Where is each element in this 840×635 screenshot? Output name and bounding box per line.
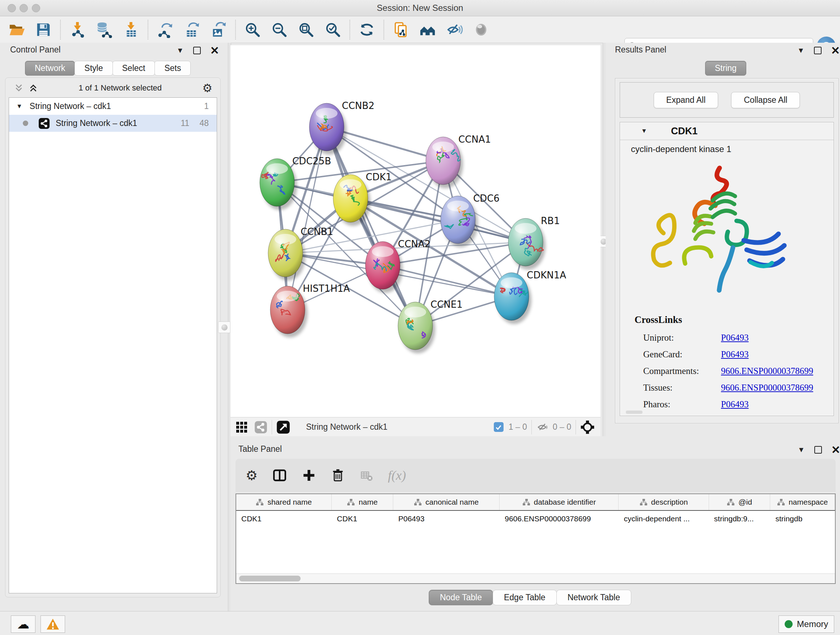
status-bar: ☁ Memory: [0, 611, 840, 635]
network-canvas[interactable]: CCNB2CCNA1CDC25BCDK1CDC6RB1CCNB1CCNA2CDK…: [231, 45, 600, 417]
crosslink-link[interactable]: P06493: [721, 399, 748, 409]
control-panel-float-icon[interactable]: [193, 47, 201, 54]
show-all-icon[interactable]: [472, 21, 490, 38]
table-cell[interactable]: cyclin-dependent ...: [619, 511, 709, 527]
left-splitter-handle[interactable]: [218, 321, 231, 333]
import-table-icon[interactable]: [122, 21, 140, 38]
apply-layout-icon[interactable]: [358, 21, 376, 38]
network-row[interactable]: String Network – cdk1 11 48: [9, 115, 217, 132]
network-selection-status: 1 of 1 Network selected: [38, 83, 202, 93]
column-header-name[interactable]: name: [332, 494, 393, 510]
fit-content-icon[interactable]: [276, 420, 290, 434]
crosslink-link[interactable]: 9606.ENSP00000378699: [721, 383, 813, 393]
node-ccna1[interactable]: CCNA1: [426, 134, 491, 188]
node-ccne1[interactable]: CCNE1: [398, 299, 463, 353]
node-cdkn1a[interactable]: CDKN1A: [494, 270, 566, 324]
table-panel-float-icon[interactable]: [814, 446, 822, 454]
zoom-in-icon[interactable]: [244, 21, 261, 38]
show-columns-icon[interactable]: [272, 468, 287, 483]
zoom-out-icon[interactable]: [271, 21, 288, 38]
new-network-from-selection-icon[interactable]: [392, 21, 409, 38]
column-header-namespace[interactable]: namespace: [770, 494, 835, 510]
node-ccnb2[interactable]: CCNB2: [309, 100, 374, 155]
node-ccna2[interactable]: CCNA2: [365, 239, 431, 293]
node-cdc6[interactable]: CDC6: [441, 193, 500, 247]
network-collection-row[interactable]: ▼ String Network – cdk1 1: [9, 98, 217, 115]
table-options-gear-icon[interactable]: ⚙: [246, 468, 257, 483]
node-rb1[interactable]: RB1: [508, 215, 560, 270]
gene-expander-icon[interactable]: ▼: [641, 127, 647, 135]
crosslink-row: Compartments:9606.ENSP00000378699: [643, 363, 828, 379]
table-cell[interactable]: 9606.ENSP00000378699: [500, 511, 619, 527]
column-header-description[interactable]: description: [619, 494, 709, 510]
tab-edge-table[interactable]: Edge Table: [493, 590, 557, 605]
add-column-icon[interactable]: [302, 468, 316, 483]
tab-network[interactable]: Network: [25, 61, 75, 76]
table-cell[interactable]: stringdb: [770, 511, 835, 527]
open-file-icon[interactable]: [8, 21, 25, 38]
protein-structure-image: [642, 157, 797, 309]
network-overview-icon[interactable]: [254, 421, 267, 434]
column-header-canonical-name[interactable]: canonical name: [393, 494, 500, 510]
expand-all-networks-icon[interactable]: [28, 83, 38, 93]
table-cell[interactable]: CDK1: [236, 511, 332, 527]
table-hscrollbar-thumb[interactable]: [239, 576, 301, 581]
table-hscrollbar[interactable]: [236, 573, 835, 583]
table-panel-close-icon[interactable]: ✕: [831, 447, 840, 453]
tab-select[interactable]: Select: [112, 61, 155, 76]
column-label: canonical name: [425, 498, 478, 507]
first-neighbors-icon[interactable]: [419, 21, 436, 38]
tab-style[interactable]: Style: [74, 61, 112, 76]
birds-eye-toggle-icon[interactable]: [580, 420, 595, 434]
control-panel-close-icon[interactable]: ✕: [210, 48, 219, 54]
warnings-button[interactable]: [41, 616, 65, 633]
table-row[interactable]: CDK1CDK1P064939606.ENSP00000378699cyclin…: [236, 511, 835, 527]
column-header-database-identifier[interactable]: database identifier: [500, 494, 619, 510]
crosslink-link[interactable]: 9606.ENSP00000378699: [721, 366, 813, 376]
collapse-all-networks-icon[interactable]: [14, 83, 24, 93]
table-cell[interactable]: P06493: [393, 511, 500, 527]
results-panel-menu-icon[interactable]: ▼: [797, 46, 805, 55]
edge[interactable]: [287, 127, 327, 310]
control-panel-menu-icon[interactable]: ▼: [177, 46, 184, 55]
zoom-selected-icon[interactable]: [324, 21, 341, 38]
memory-button[interactable]: Memory: [778, 616, 834, 633]
expand-all-button[interactable]: Expand All: [654, 92, 718, 108]
node-hist1h1a[interactable]: HIST1H1A: [270, 283, 350, 337]
memory-label: Memory: [797, 619, 829, 629]
hide-selected-icon[interactable]: [446, 21, 463, 38]
tab-sets[interactable]: Sets: [155, 61, 191, 76]
table-cell[interactable]: CDK1: [332, 511, 393, 527]
collapse-all-button[interactable]: Collapse All: [731, 92, 800, 108]
save-session-icon[interactable]: [35, 21, 52, 38]
grid-view-icon[interactable]: [235, 421, 248, 433]
edge[interactable]: [327, 127, 415, 326]
delete-column-icon[interactable]: [331, 468, 345, 483]
table-panel-menu-icon[interactable]: ▼: [798, 446, 805, 454]
tab-string[interactable]: String: [705, 61, 746, 76]
results-panel-float-icon[interactable]: [814, 47, 821, 54]
collection-expander-icon[interactable]: ▼: [16, 103, 22, 110]
export-network-icon[interactable]: [156, 21, 174, 38]
node-ccnb1[interactable]: CCNB1: [268, 226, 333, 280]
cloud-status-button[interactable]: ☁: [11, 616, 35, 633]
crosslink-link[interactable]: P06493: [721, 349, 748, 359]
crosslink-link[interactable]: P06493: [721, 333, 748, 343]
gene-card-header[interactable]: ▼ CDK1: [620, 122, 834, 140]
zoom-fit-icon[interactable]: [297, 21, 315, 38]
import-network-database-icon[interactable]: [95, 21, 113, 38]
table-cell[interactable]: stringdb:9...: [709, 511, 771, 527]
tab-network-table[interactable]: Network Table: [556, 590, 631, 605]
column-header-shared-name[interactable]: shared name: [236, 494, 332, 510]
export-table-icon[interactable]: [183, 21, 201, 38]
column-header--id[interactable]: @id: [709, 494, 771, 510]
selected-nodes-checkbox[interactable]: [494, 422, 504, 432]
export-image-icon[interactable]: [210, 21, 227, 38]
import-network-file-icon[interactable]: [69, 21, 86, 38]
results-hscrollbar-thumb[interactable]: [626, 410, 643, 414]
crosslink-label: Pharos:: [643, 399, 721, 409]
tab-node-table[interactable]: Node Table: [429, 590, 493, 605]
results-panel-close-icon[interactable]: ✕: [831, 48, 840, 54]
network-edge-count: 48: [199, 119, 209, 128]
network-options-gear-icon[interactable]: ⚙: [202, 81, 212, 95]
